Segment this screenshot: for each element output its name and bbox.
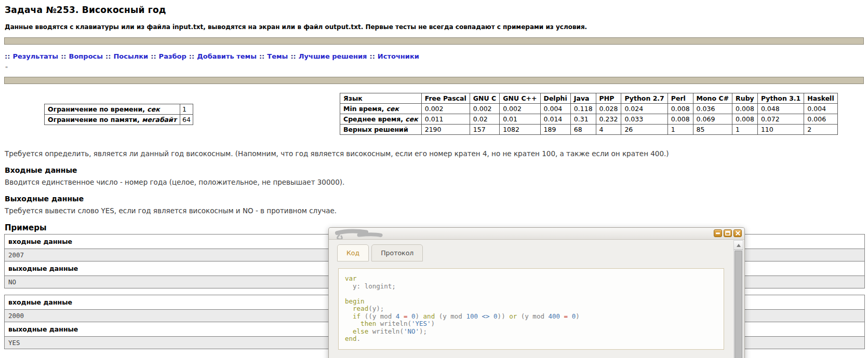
close-button[interactable] (733, 229, 742, 237)
stats-value-cell: 0.048 (757, 104, 804, 114)
nav-separator: :: (5, 52, 10, 60)
stats-row-label: Min время, сек (340, 104, 422, 114)
stats-value-cell: 0.232 (596, 114, 621, 125)
code-line: end. (345, 335, 717, 343)
stats-row: Min время, сек0.0020.0020.0020.0040.1180… (340, 104, 838, 114)
stats-row: Среднее время, сек0.0110.020.010.0140.31… (340, 114, 838, 125)
stats-value-cell: 68 (570, 125, 596, 135)
stats-header-cell: GNU C++ (500, 93, 540, 104)
tab-protocol[interactable]: Протокол (371, 244, 423, 261)
stats-value-cell: 0.036 (693, 104, 732, 114)
nav-link-посылки[interactable]: Посылки (113, 52, 148, 60)
page-subtitle: Данные вводятся с клавиатуры или из файл… (5, 23, 868, 31)
nav-separator: :: (61, 52, 66, 60)
window-body: Код Протокол var y: longint; begin read(… (329, 240, 744, 350)
nav-link-лучшие-решения[interactable]: Лучшие решения (299, 52, 367, 60)
stats-value-cell: 4 (596, 125, 621, 135)
divider-bar-top (4, 37, 864, 45)
stats-header-cell: Free Pascal (421, 93, 470, 104)
limits-row: Ограничение по памяти, мегабайт64 (45, 115, 193, 125)
code-line: else writeln('NO'); (345, 328, 717, 336)
stats-value-cell: 1 (732, 125, 758, 135)
nav-link-темы[interactable]: Темы (267, 52, 288, 60)
nav-separator: :: (369, 52, 375, 60)
stats-row-unit: сек (386, 105, 399, 113)
limit-label: Ограничение по времени, сек (45, 104, 180, 115)
stats-value-cell: 0.008 (667, 114, 693, 125)
stats-value-cell: 0.006 (804, 114, 837, 125)
stray-quote-mark: " (5, 65, 868, 72)
output-section-text: Требуется вывести слово YES, если год яв… (5, 206, 868, 215)
limit-label: Ограничение по памяти, мегабайт (45, 115, 180, 125)
nav-link-источники[interactable]: Источники (378, 52, 419, 60)
stats-value-cell: 157 (470, 125, 499, 135)
stats-header-cell: Mono C# (693, 93, 732, 104)
stats-value-cell: 110 (757, 125, 804, 135)
nav-link-вопросы[interactable]: Вопросы (69, 52, 103, 60)
stats-value-cell: 0.033 (621, 114, 667, 125)
source-code-box: var y: longint; begin read(y); if ((y mo… (338, 268, 724, 350)
code-line: then writeln('YES') (345, 320, 717, 328)
window-titlebar[interactable] (329, 228, 744, 240)
stats-value-cell: 0.118 (570, 104, 596, 114)
stats-value-cell: 0.069 (693, 114, 732, 125)
stats-header-cell: Haskell (804, 93, 837, 104)
stats-value-cell: 0.31 (570, 114, 596, 125)
stats-row: Верных решений21901571082189684261851110… (340, 125, 838, 135)
tab-code[interactable]: Код (337, 244, 369, 261)
stats-value-cell: 0.028 (596, 104, 621, 114)
stats-header-cell: Язык (340, 93, 422, 104)
maximize-button[interactable] (724, 229, 732, 237)
nav-link-результаты[interactable]: Результаты (12, 52, 58, 60)
input-section-text: Вводится единственное число - номер года… (5, 178, 868, 186)
minimize-icon (715, 231, 720, 236)
stats-header-cell: Python 2.7 (621, 93, 667, 104)
stats-value-cell: 0.002 (421, 104, 470, 114)
scrollbar-thumb[interactable] (735, 251, 742, 358)
limit-unit: сек (147, 105, 159, 113)
stats-value-cell: 0.004 (540, 104, 570, 114)
code-line: y: longint; (345, 283, 717, 291)
output-section-heading: Выходные данные (5, 195, 868, 203)
stats-value-cell: 26 (621, 125, 667, 135)
close-icon (736, 231, 740, 236)
stats-value-cell: 0.01 (500, 114, 540, 125)
nav-separator: :: (290, 52, 296, 60)
limits-row: Ограничение по времени, сек1 (45, 104, 193, 115)
stats-header-cell: PHP (596, 93, 621, 104)
stats-value-cell: 2190 (421, 125, 470, 135)
stats-value-cell: 1 (667, 125, 693, 135)
stats-value-cell: 0.024 (621, 104, 667, 114)
nav-link-разбор[interactable]: Разбор (159, 52, 186, 60)
stats-value-cell: 1082 (500, 125, 540, 135)
stats-header-cell: Python 3.1 (757, 93, 804, 104)
limit-unit: мегабайт (142, 116, 177, 123)
stats-header-cell: Delphi (540, 93, 570, 104)
stats-value-cell: 0.011 (421, 114, 470, 125)
stats-header-cell: GNU C (470, 93, 499, 104)
stats-value-cell: 189 (540, 125, 570, 135)
redacted-title-scribble (332, 229, 394, 239)
stats-header-cell: Ruby (732, 93, 758, 104)
stats-value-cell: 0.008 (667, 104, 693, 114)
stats-zone: Ограничение по времени, сек1Ограничение … (0, 92, 868, 147)
nav-link-добавить-темы[interactable]: Добавить темы (197, 52, 257, 60)
stats-header-row: ЯзыкFree PascalGNU CGNU C++DelphiJavaPHP… (340, 93, 838, 104)
stats-value-cell: 2 (804, 125, 837, 135)
scroll-up-button[interactable] (734, 241, 743, 250)
modal-scrollbar[interactable] (733, 240, 743, 358)
code-line: begin (345, 298, 717, 306)
stats-value-cell: 85 (693, 125, 732, 135)
code-line: read(y); (345, 305, 717, 313)
code-viewer-window: Код Протокол var y: longint; begin read(… (328, 227, 745, 358)
input-section-heading: Входные данные (5, 166, 868, 174)
stats-value-cell: 0.002 (470, 104, 499, 114)
language-stats-table: ЯзыкFree PascalGNU CGNU C++DelphiJavaPHP… (340, 93, 838, 135)
divider-bar-bottom (4, 77, 864, 84)
code-line: var (345, 275, 717, 283)
problem-statement: Требуется определить, является ли данный… (5, 149, 868, 158)
maximize-icon (725, 231, 730, 236)
code-line (345, 290, 717, 298)
stats-value-cell: 0.02 (470, 114, 499, 125)
minimize-button[interactable] (714, 229, 722, 237)
